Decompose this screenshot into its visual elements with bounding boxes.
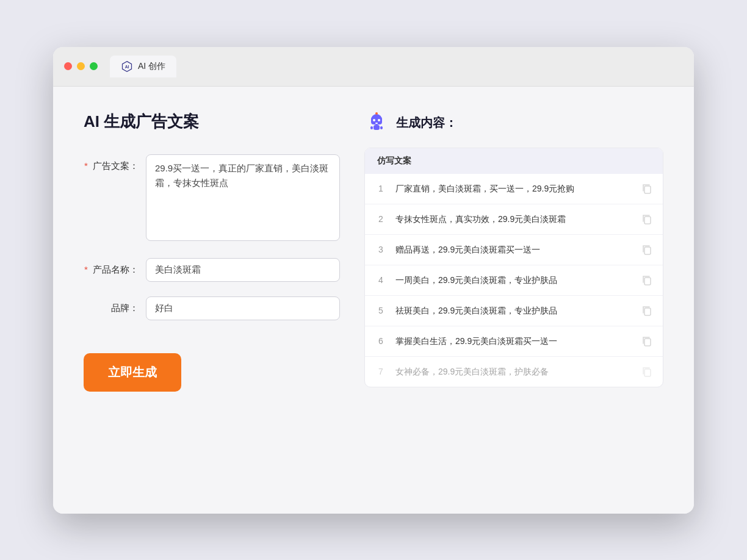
row-number: 7 [375,367,387,376]
product-name-input[interactable] [146,258,340,282]
robot-icon [364,111,389,135]
row-text: 厂家直销，美白淡斑霜，买一送一，29.9元抢购 [395,182,632,195]
content-area: AI 生成广告文案 * 广告文案： * 产品名称： [53,87,694,514]
svg-rect-8 [370,126,373,129]
svg-point-5 [378,119,380,121]
result-table: 仿写文案 1 厂家直销，美白淡斑霜，买一送一，29.9元抢购 2 专抹女性斑点，… [364,148,663,387]
svg-rect-19 [644,369,651,376]
svg-rect-9 [380,126,383,129]
copy-icon[interactable] [641,365,653,378]
row-text: 专抹女性斑点，真实功效，29.9元美白淡斑霜 [395,213,632,226]
ad-copy-label: * 广告文案： [84,154,139,172]
result-row: 6 掌握美白生活，29.9元美白淡斑霜买一送一 [365,326,663,357]
browser-window: AI AI 创作 AI 生成广告文案 * 广告文案： * [53,47,694,514]
right-panel: 生成内容： 仿写文案 1 厂家直销，美白淡斑霜，买一送一，29.9元抢购 2 专… [364,111,663,489]
ai-tab-icon: AI [121,60,133,73]
page-title: AI 生成广告文案 [84,111,340,132]
result-row: 3 赠品再送，29.9元美白淡斑霜买一送一 [365,235,663,265]
copy-icon[interactable] [641,304,653,317]
result-row: 1 厂家直销，美白淡斑霜，买一送一，29.9元抢购 [365,174,663,204]
svg-text:AI: AI [125,65,129,69]
row-text: 掌握美白生活，29.9元美白淡斑霜买一送一 [395,335,632,348]
row-number: 2 [375,214,387,224]
svg-rect-18 [644,339,651,346]
svg-rect-14 [644,217,651,224]
row-text: 赠品再送，29.9元美白淡斑霜买一送一 [395,243,632,256]
title-bar: AI AI 创作 [53,47,694,87]
row-text: 一周美白，29.9元美白淡斑霜，专业护肤品 [395,274,632,287]
row-text: 祛斑美白，29.9元美白淡斑霜，专业护肤品 [395,304,632,317]
brand-input[interactable] [146,296,340,320]
generate-button[interactable]: 立即生成 [84,353,181,392]
result-table-header: 仿写文案 [365,148,663,174]
left-panel: AI 生成广告文案 * 广告文案： * 产品名称： [84,111,340,489]
svg-rect-17 [644,308,651,315]
result-title: 生成内容： [396,115,457,131]
maximize-button[interactable] [90,62,98,70]
row-number: 1 [375,184,387,193]
required-star-2: * [84,264,88,275]
row-number: 3 [375,245,387,254]
ad-copy-textarea[interactable] [146,154,340,241]
close-button[interactable] [64,62,72,70]
result-row: 7 女神必备，29.9元美白淡斑霜，护肤必备 [365,357,663,387]
ai-creation-tab[interactable]: AI AI 创作 [110,56,176,77]
result-header: 生成内容： [364,111,663,135]
copy-icon[interactable] [641,335,653,347]
result-row: 4 一周美白，29.9元美白淡斑霜，专业护肤品 [365,265,663,296]
brand-wrap [146,296,340,320]
tab-label: AI 创作 [138,61,165,72]
brand-label: 品牌： [84,296,139,314]
product-name-label: * 产品名称： [84,258,139,276]
ad-copy-group: * 广告文案： [84,154,340,243]
svg-point-4 [373,119,375,121]
svg-rect-16 [644,278,651,285]
svg-rect-15 [644,247,651,254]
copy-icon[interactable] [641,274,653,286]
copy-icon[interactable] [641,243,653,256]
ad-copy-wrap [146,154,340,243]
product-name-wrap [146,258,340,282]
product-name-group: * 产品名称： [84,258,340,282]
row-text: 女神必备，29.9元美白淡斑霜，护肤必备 [395,365,632,378]
traffic-lights [64,62,98,70]
svg-rect-13 [644,186,651,193]
brand-group: 品牌： [84,296,340,320]
result-rows-container: 1 厂家直销，美白淡斑霜，买一送一，29.9元抢购 2 专抹女性斑点，真实功效，… [365,174,663,387]
required-star: * [84,160,88,171]
row-number: 5 [375,306,387,315]
svg-point-12 [375,112,378,115]
row-number: 4 [375,275,387,285]
result-row: 5 祛斑美白，29.9元美白淡斑霜，专业护肤品 [365,296,663,326]
svg-rect-6 [375,123,378,124]
result-row: 2 专抹女性斑点，真实功效，29.9元美白淡斑霜 [365,204,663,235]
copy-icon[interactable] [641,182,653,195]
copy-icon[interactable] [641,213,653,225]
row-number: 6 [375,336,387,346]
minimize-button[interactable] [77,62,85,70]
svg-rect-7 [374,125,380,130]
